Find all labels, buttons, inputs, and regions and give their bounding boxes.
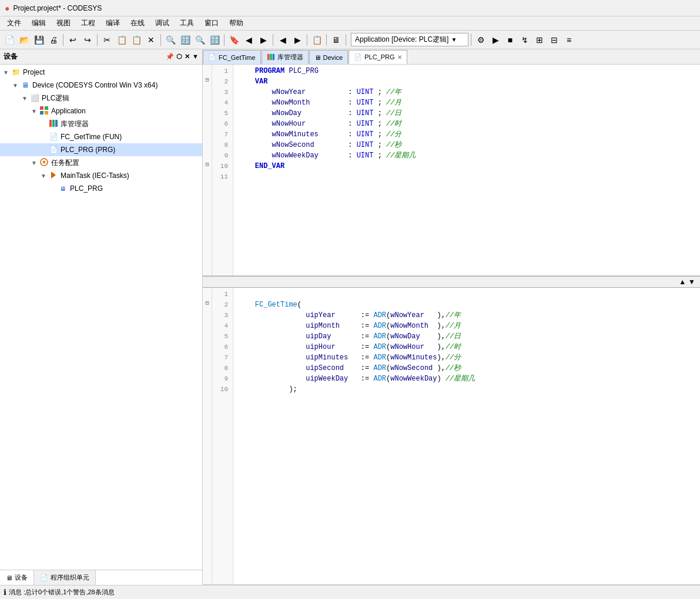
tab-prg-label: PLC_PRG <box>364 53 394 60</box>
sep9 <box>471 34 471 46</box>
sidebar-header-actions: 📌 ⬡ ✕ ▼ <box>166 53 199 60</box>
tab-prg-close[interactable]: ✕ <box>397 54 402 60</box>
upper-code-content[interactable]: ⊟ ⊟ 1 2 3 4 <box>203 65 700 275</box>
code-line-l5: uipDay := ADR(wNowDay ),//日 <box>238 331 700 342</box>
tb-find[interactable]: 🔍 <box>163 33 177 47</box>
tb-redo[interactable]: ↪ <box>81 33 95 47</box>
tree-item-task-config[interactable]: ▼ 任务配置 <box>0 156 202 169</box>
tree-item-project[interactable]: ▼ 📁 Project <box>0 66 202 79</box>
tb-find3[interactable]: 🔍 <box>193 33 207 47</box>
tb-cut[interactable]: ✂ <box>100 33 114 47</box>
tb-extra1[interactable]: ⊞ <box>532 33 547 47</box>
menu-help[interactable]: 帮助 <box>225 17 248 29</box>
sidebar-float-icon[interactable]: ⬡ <box>176 53 182 60</box>
tb-open[interactable]: 📂 <box>17 33 31 47</box>
plc-prg-ref-icon: 🖥 <box>58 186 68 192</box>
tb-run[interactable]: ▶ <box>488 33 503 47</box>
code-line-u3: wNowYear : UINT ; //年 <box>238 87 700 97</box>
upper-code-lines[interactable]: PROGRAM PLC_PRG VAR wNowYear : UINT ; //… <box>233 65 700 275</box>
divider-down-icon[interactable]: ▼ <box>688 278 695 286</box>
tb-copy[interactable]: 📋 <box>115 33 129 47</box>
maintask-label: MainTask (IEC-Tasks) <box>61 171 129 180</box>
device-label: Device (CODESYS Control Win V3 x64) <box>32 81 158 89</box>
menu-window[interactable]: 窗口 <box>200 17 223 29</box>
lfold-2[interactable]: ⊟ <box>203 298 212 309</box>
sidebar-close-icon[interactable]: ✕ <box>185 53 190 60</box>
tb-compile[interactable]: ⚙ <box>474 33 488 47</box>
tb-new[interactable]: 📄 <box>2 33 16 47</box>
tb-save[interactable]: 💾 <box>32 33 46 47</box>
tb-bookmark[interactable]: 🔖 <box>227 33 241 47</box>
code-line-l8: uipSecond := ADR(wNowSecond ),//秒 <box>238 363 700 373</box>
tb-extra3[interactable]: ≡ <box>562 33 576 47</box>
sidebar-dropdown-btn[interactable]: ▼ <box>192 53 199 60</box>
tree-item-application[interactable]: ▼ Application <box>0 105 202 117</box>
tab-device-label: Device <box>323 54 343 61</box>
tree-item-maintask[interactable]: ▼ MainTask (IEC-Tasks) <box>0 169 202 182</box>
divider-up-icon[interactable]: ▲ <box>679 278 686 286</box>
menu-project[interactable]: 工程 <box>76 17 100 29</box>
lower-code-lines[interactable]: FC_GetTime( uipYear := ADR(wNowYear ),//… <box>233 288 700 584</box>
application-icon <box>39 106 49 117</box>
code-line-u2: VAR <box>238 76 700 87</box>
tb-find2[interactable]: 🔠 <box>178 33 192 47</box>
tb-undo[interactable]: ↩ <box>66 33 80 47</box>
code-line-l1 <box>238 289 700 300</box>
svg-rect-11 <box>272 53 274 60</box>
menu-view[interactable]: 视图 <box>52 17 75 29</box>
sep8 <box>346 34 346 46</box>
tree-item-plc[interactable]: ▼ ⬜ PLC逻辑 <box>0 92 202 105</box>
tb-device[interactable]: 🖥 <box>329 33 343 47</box>
tab-fc-gettime[interactable]: 📄 FC_GetTime <box>203 50 261 64</box>
svg-rect-0 <box>40 106 43 110</box>
fold-2[interactable]: ⊟ <box>203 75 212 86</box>
tb-nav-next[interactable]: ▶ <box>290 33 304 47</box>
tb-paste[interactable]: 📋 <box>129 33 143 47</box>
tab-device[interactable]: 🖥 Device <box>309 50 349 64</box>
svg-rect-3 <box>45 111 48 115</box>
tb-clipboard[interactable]: 📋 <box>310 33 324 47</box>
tb-step[interactable]: ↯ <box>518 33 532 47</box>
editors: ⊟ ⊟ 1 2 3 4 <box>203 65 700 585</box>
tb-bm-next[interactable]: ▶ <box>256 33 270 47</box>
tb-extra2[interactable]: ⊟ <box>547 33 561 47</box>
context-selector[interactable]: Application [Device: PLC逻辑] ▼ <box>351 33 468 46</box>
tree-item-plc-prg-ref[interactable]: 🖥 PLC_PRG <box>0 182 202 195</box>
lower-code-content[interactable]: ⊟ 1 2 3 4 5 <box>203 288 700 584</box>
tab-plc-prg[interactable]: 📄 PLC_PRG ✕ <box>349 50 407 64</box>
devices-tab-icon: 🖥 <box>6 574 12 581</box>
sidebar-tab-pou[interactable]: 📄 程序组织单元 <box>34 570 96 585</box>
devices-tab-label: 设备 <box>15 573 28 582</box>
plc-prg-ref-label: PLC_PRG <box>70 184 103 193</box>
expander-application: ▼ <box>29 108 39 115</box>
sep4 <box>224 34 225 46</box>
menu-file[interactable]: 文件 <box>2 17 26 29</box>
tb-find4[interactable]: 🔠 <box>207 33 222 47</box>
tb-nav-prev[interactable]: ◀ <box>276 33 290 47</box>
code-area: 📄 FC_GetTime 库管理器 🖥 Device 📄 PLC_PRG ✕ <box>203 49 700 585</box>
menu-compile[interactable]: 编译 <box>101 17 125 29</box>
menu-debug[interactable]: 调试 <box>150 17 174 29</box>
menu-edit[interactable]: 编辑 <box>27 17 51 29</box>
fold-10[interactable]: ⊟ <box>203 160 212 170</box>
tree-item-library[interactable]: 库管理器 <box>0 117 202 130</box>
tab-library[interactable]: 库管理器 <box>262 50 309 64</box>
tree-item-fc[interactable]: 📄 FC_GetTime (FUN) <box>0 130 202 143</box>
fold-9 <box>203 149 212 160</box>
tree-item-plc-prg[interactable]: 📄 PLC_PRG (PRG) <box>0 143 202 156</box>
lower-line-numbers: 1 2 3 4 5 6 7 8 9 10 <box>212 288 233 584</box>
menu-online[interactable]: 在线 <box>126 17 149 29</box>
tb-bm-prev[interactable]: ◀ <box>242 33 256 47</box>
tb-print[interactable]: 🖨 <box>46 33 61 47</box>
code-line-l4: uipMonth := ADR(wNowMonth ),//月 <box>238 321 700 331</box>
sidebar-tab-devices[interactable]: 🖥 设备 <box>0 570 34 585</box>
sidebar-pin-icon[interactable]: 📌 <box>166 53 174 60</box>
lfold-6 <box>203 341 212 351</box>
library-icon <box>48 119 59 130</box>
tb-delete[interactable]: ✕ <box>144 33 158 47</box>
fold-1[interactable] <box>203 65 212 75</box>
menu-tools[interactable]: 工具 <box>175 17 199 29</box>
tb-stop[interactable]: ■ <box>503 33 517 47</box>
tree-item-device[interactable]: ▼ 🖥 Device (CODESYS Control Win V3 x64) <box>0 79 202 92</box>
menu-bar: 文件 编辑 视图 工程 编译 在线 调试 工具 窗口 帮助 <box>0 16 700 31</box>
